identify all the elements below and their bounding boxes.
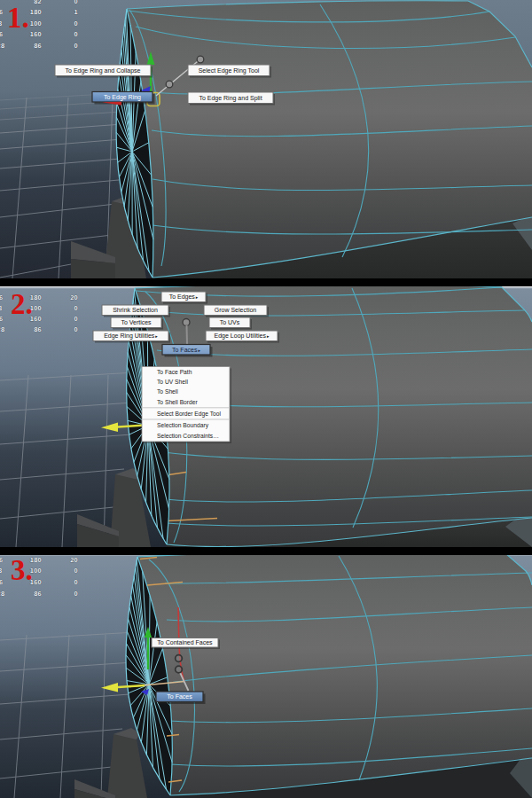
svg-text:1.: 1. bbox=[7, 2, 29, 34]
svg-text:1: 1 bbox=[74, 8, 78, 16]
svg-text:82: 82 bbox=[34, 0, 42, 5]
svg-text:28: 28 bbox=[0, 325, 4, 333]
svg-text:16: 16 bbox=[0, 293, 3, 301]
svg-text:0: 0 bbox=[74, 325, 78, 333]
svg-text:180: 180 bbox=[30, 8, 42, 16]
svg-text:Edge Loop Utilities ▸: Edge Loop Utilities ▸ bbox=[215, 332, 270, 340]
svg-text:0: 0 bbox=[74, 304, 78, 312]
svg-text:16: 16 bbox=[0, 556, 3, 564]
svg-text:100: 100 bbox=[30, 20, 42, 27]
svg-text:16: 16 bbox=[0, 8, 3, 16]
svg-text:16: 16 bbox=[0, 30, 3, 38]
svg-text:160: 160 bbox=[30, 30, 42, 38]
svg-text:To Faces: To Faces bbox=[167, 693, 192, 700]
svg-text:To Edge Ring and Collapse: To Edge Ring and Collapse bbox=[66, 67, 141, 74]
svg-text:To Shell: To Shell bbox=[157, 388, 178, 395]
svg-text:2.: 2. bbox=[11, 288, 33, 320]
svg-text:0: 0 bbox=[74, 20, 78, 27]
svg-text:To Edge Ring and Split: To Edge Ring and Split bbox=[199, 95, 262, 102]
svg-text:86: 86 bbox=[34, 325, 42, 333]
svg-text:0: 0 bbox=[74, 578, 78, 586]
svg-text:0: 0 bbox=[74, 315, 78, 323]
svg-text:3.: 3. bbox=[11, 555, 33, 586]
svg-text:To UVs: To UVs bbox=[220, 319, 240, 325]
svg-text:28: 28 bbox=[0, 590, 4, 598]
svg-text:0: 0 bbox=[74, 30, 78, 38]
svg-text:Select Edge Ring Tool: Select Edge Ring Tool bbox=[199, 67, 260, 74]
svg-text:0: 0 bbox=[74, 567, 78, 575]
svg-text:To Shell Border: To Shell Border bbox=[157, 399, 198, 405]
svg-text:Edge Ring Utilities ▸: Edge Ring Utilities ▸ bbox=[104, 332, 158, 340]
svg-text:To Edge Ring: To Edge Ring bbox=[104, 94, 141, 101]
svg-text:28: 28 bbox=[0, 42, 4, 50]
svg-text:Selection Boundary: Selection Boundary bbox=[157, 422, 209, 429]
svg-text:To Vertices: To Vertices bbox=[121, 319, 152, 325]
svg-text:Selection Constraints…: Selection Constraints… bbox=[157, 433, 219, 439]
svg-text:8: 8 bbox=[0, 304, 2, 312]
svg-text:86: 86 bbox=[34, 590, 42, 598]
svg-text:16: 16 bbox=[0, 315, 3, 323]
svg-text:8: 8 bbox=[0, 20, 2, 27]
svg-text:0: 0 bbox=[74, 42, 78, 50]
svg-text:Select Border Edge Tool: Select Border Edge Tool bbox=[157, 411, 222, 418]
svg-text:To Faces ▸: To Faces ▸ bbox=[172, 347, 200, 353]
svg-text:To Contained Faces: To Contained Faces bbox=[157, 639, 213, 645]
svg-text:0: 0 bbox=[74, 0, 78, 5]
svg-text:86: 86 bbox=[34, 42, 42, 50]
svg-text:To Edges ▸: To Edges ▸ bbox=[169, 293, 199, 301]
svg-text:To Face Path: To Face Path bbox=[157, 369, 192, 375]
svg-text:0: 0 bbox=[74, 590, 78, 598]
svg-text:To UV Shell: To UV Shell bbox=[157, 379, 188, 385]
svg-text:20: 20 bbox=[70, 293, 78, 301]
svg-text:Grow Selection: Grow Selection bbox=[215, 307, 257, 313]
svg-text:16: 16 bbox=[0, 578, 3, 586]
svg-text:8: 8 bbox=[0, 567, 2, 575]
svg-text:20: 20 bbox=[70, 556, 78, 564]
svg-text:Shrink Selection: Shrink Selection bbox=[113, 307, 158, 313]
